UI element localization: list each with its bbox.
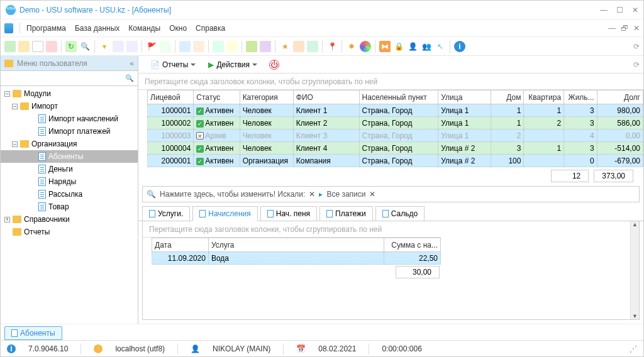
table-row[interactable]: 2000001✓АктивенОрганизацияКомпанияСтрана…: [148, 155, 643, 167]
tb-add-icon[interactable]: [213, 41, 224, 52]
mdi-close-button[interactable]: ✕: [633, 24, 640, 33]
maximize-button[interactable]: ☐: [616, 6, 623, 14]
tb-excel-icon[interactable]: [246, 41, 257, 52]
tree-goods[interactable]: Товар: [1, 200, 138, 213]
clear-all-icon[interactable]: ✕: [369, 190, 375, 199]
tb-info-icon[interactable]: i: [454, 41, 465, 52]
tree-import-charges[interactable]: Импорт начислений: [1, 113, 138, 125]
tree-reports[interactable]: + Отчеты: [1, 226, 138, 238]
group-hint[interactable]: Перетащите сюда заголовок колонки, чтобы…: [138, 74, 643, 90]
tb-pin-icon[interactable]: 📍: [326, 41, 338, 52]
tb-open-icon[interactable]: [18, 41, 30, 52]
col-header[interactable]: Квартира: [524, 91, 564, 104]
tb-fav-icon[interactable]: [293, 41, 304, 52]
tb-delete-icon[interactable]: [46, 41, 57, 52]
detail-tab[interactable]: Сальдо: [375, 206, 425, 221]
table-row[interactable]: 11.09.2020Вода22,50: [152, 252, 441, 265]
tb-export-icon[interactable]: [307, 41, 318, 52]
bottom-tab-subscribers[interactable]: Абоненты: [4, 326, 62, 340]
clear-filter-icon[interactable]: ✕: [309, 190, 315, 199]
detail-tab[interactable]: Платежи: [319, 206, 373, 221]
tb-color-icon[interactable]: [360, 41, 371, 52]
tb-note-icon[interactable]: [226, 41, 238, 52]
tb-user-icon[interactable]: 👤: [407, 41, 418, 52]
detail-tab[interactable]: Услуги.: [142, 206, 190, 221]
col-header[interactable]: Статус: [194, 91, 240, 104]
detail-tab[interactable]: Нач. пеня: [260, 206, 317, 221]
tb-sort-icon[interactable]: [113, 41, 124, 52]
tb-wand-icon[interactable]: ↖: [435, 41, 446, 52]
tb-image-icon[interactable]: [160, 41, 171, 52]
tree-expander-icon[interactable]: –: [4, 91, 10, 97]
tree-orders[interactable]: Наряды: [1, 175, 138, 188]
tree-expander-icon[interactable]: –: [12, 141, 18, 147]
tree-org[interactable]: – Организация: [1, 138, 138, 150]
col-header[interactable]: Сумма с на...: [384, 238, 441, 252]
tb-card-icon[interactable]: [193, 41, 204, 52]
resize-grip-icon[interactable]: ⋰: [630, 344, 637, 353]
check-icon: ✓: [196, 145, 204, 153]
mdi-minimize-button[interactable]: —: [608, 24, 616, 33]
col-header[interactable]: Лицевой: [148, 91, 194, 104]
col-header[interactable]: Жиль...: [564, 91, 597, 104]
table-row[interactable]: 1000002✓АктивенЧеловекКлиент 2Страна, Го…: [148, 117, 643, 129]
tb-users-icon[interactable]: 👥: [421, 41, 432, 52]
tb-flag-icon[interactable]: 🚩: [146, 41, 157, 52]
tree-modules[interactable]: – Модули: [1, 87, 138, 100]
table-row[interactable]: 1000001✓АктивенЧеловекКлиент 1Страна, Го…: [148, 104, 643, 117]
menu-program[interactable]: Программа: [26, 24, 66, 33]
menu-database[interactable]: База данных: [75, 24, 119, 33]
stop-button[interactable]: ⏻: [269, 60, 279, 70]
tree-money[interactable]: Деньги: [1, 163, 138, 175]
detail-group-hint[interactable]: Перетащите сюда заголовок колонки, чтобы…: [143, 221, 441, 238]
tree-mail[interactable]: Рассылка: [1, 188, 138, 200]
tb-lock-icon[interactable]: 🔒: [393, 41, 404, 52]
menu-help[interactable]: Справка: [196, 24, 225, 33]
tree-refs[interactable]: + Справочники: [1, 213, 138, 226]
tb-refresh-icon[interactable]: ↻: [65, 41, 77, 52]
sidebar-collapse-icon[interactable]: «: [130, 59, 134, 68]
folder-icon: [20, 140, 29, 148]
tb-form-icon[interactable]: [179, 41, 191, 52]
filter-bar[interactable]: 🔍 Нажмите здесь, чтобы изменить! Искали:…: [142, 186, 640, 202]
tree-expander-icon[interactable]: –: [12, 104, 18, 109]
tb-gear-icon[interactable]: ✸: [346, 41, 357, 52]
tb-group-icon[interactable]: [126, 41, 138, 52]
tree-subscribers[interactable]: Абоненты: [1, 150, 138, 163]
table-row[interactable]: 1000003✕АрхивЧеловекКлиент 3Страна, Горо…: [148, 129, 643, 142]
reports-dropdown[interactable]: 📄 Отчеты: [146, 58, 200, 71]
tb-print-icon[interactable]: [260, 41, 271, 52]
close-button[interactable]: ✕: [632, 6, 638, 14]
minimize-button[interactable]: —: [600, 6, 608, 14]
menu-commands[interactable]: Команды: [128, 24, 160, 33]
col-header[interactable]: Категория: [240, 91, 293, 104]
tb-search-icon[interactable]: 🔍: [79, 41, 91, 52]
subtb-expand-icon[interactable]: ⟳: [633, 60, 640, 69]
col-header[interactable]: Услуга: [208, 238, 384, 252]
doc-icon: [38, 177, 46, 186]
doc-icon: [38, 127, 46, 136]
tb-copy-icon[interactable]: [32, 41, 43, 52]
col-header[interactable]: ФИО: [293, 91, 359, 104]
col-header[interactable]: Дата: [152, 238, 209, 252]
tb-expand-icon[interactable]: ⟳: [633, 42, 640, 51]
menu-window[interactable]: Окно: [169, 24, 187, 33]
tree-import[interactable]: – Импорт: [1, 100, 138, 113]
tree-expander-icon[interactable]: +: [4, 217, 10, 222]
tree-import-payments[interactable]: Импорт платежей: [1, 125, 138, 138]
detail-scrollbar[interactable]: ▲▼: [630, 221, 639, 319]
folder-icon: [20, 102, 29, 110]
col-header[interactable]: Долг: [597, 91, 643, 104]
col-header[interactable]: Населенный пункт: [359, 91, 438, 104]
tb-new-icon[interactable]: [4, 41, 16, 52]
tb-rss-icon[interactable]: ⧓: [379, 41, 391, 52]
sidebar-search[interactable]: [1, 71, 138, 86]
tb-star-icon[interactable]: ★: [279, 41, 291, 52]
tb-filter-icon[interactable]: ▾: [99, 41, 110, 52]
actions-dropdown[interactable]: ▶ Действия: [204, 58, 262, 71]
col-header[interactable]: Улица: [438, 91, 491, 104]
mdi-restore-button[interactable]: 🗗: [621, 24, 628, 33]
col-header[interactable]: Дом: [491, 91, 524, 104]
table-row[interactable]: 1000004✓АктивенЧеловекКлиент 4Страна, Го…: [148, 142, 643, 155]
detail-tab[interactable]: Начисления: [192, 206, 258, 221]
